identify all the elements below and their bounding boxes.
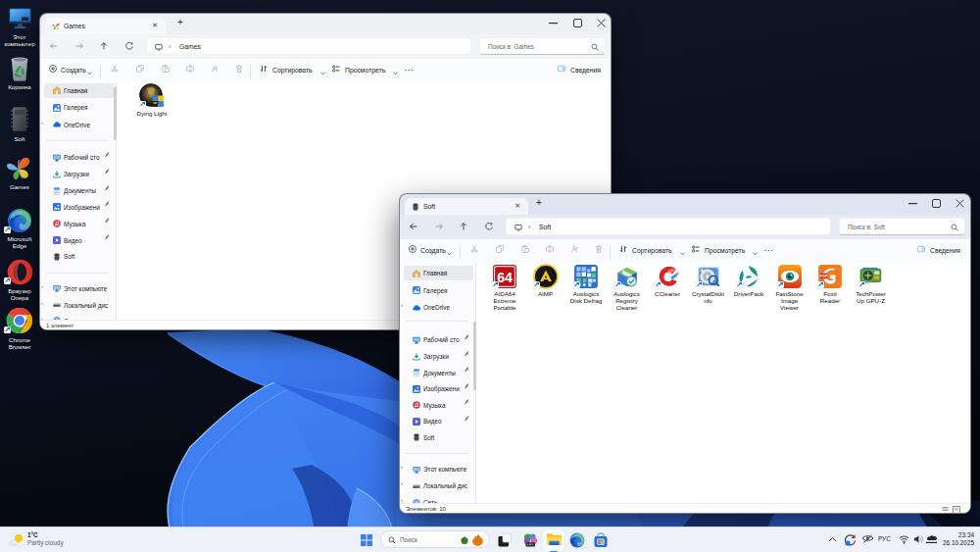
svg-text:PDF: PDF: [820, 274, 828, 278]
svg-text:64: 64: [497, 270, 513, 285]
